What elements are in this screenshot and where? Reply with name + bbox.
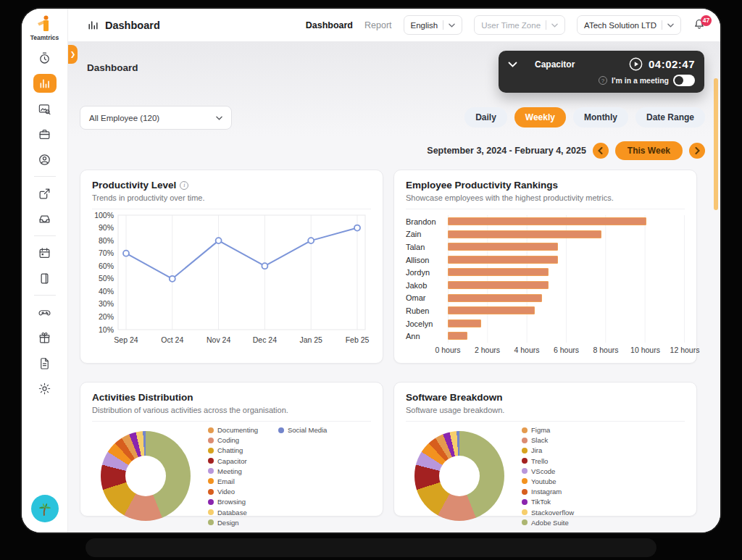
legend-dot xyxy=(522,438,528,443)
nav-report[interactable]: Report xyxy=(364,20,392,30)
legend-label: Video xyxy=(217,488,235,496)
sidebar-item-time-tracking[interactable] xyxy=(33,49,57,67)
ranking-row: Ruben xyxy=(406,304,685,317)
software-legend: FigmaSlackJiraTrelloVScodeYoutubeInstagr… xyxy=(522,426,574,527)
legend-label: Capacitor xyxy=(217,457,247,465)
ranking-row: Jakob xyxy=(406,279,685,292)
legend-item: Design xyxy=(208,519,258,527)
prev-week-button[interactable] xyxy=(593,143,609,159)
nav-dashboard[interactable]: Dashboard xyxy=(306,20,353,30)
employee-rankings-card: Employee Productivity Rankings Showcase … xyxy=(393,170,697,364)
legend-label: Browsing xyxy=(217,498,246,506)
company-select[interactable]: ATech Solution LTD xyxy=(577,15,681,35)
legend-dot xyxy=(522,519,528,525)
legend-dot xyxy=(522,458,528,464)
page-title: Dashboard xyxy=(87,62,138,73)
next-week-button[interactable] xyxy=(689,143,705,159)
activities-distribution-card: Activities Distribution Distribution of … xyxy=(80,382,383,517)
sidebar-item-settings[interactable] xyxy=(33,379,57,398)
card-title: Activities Distribution xyxy=(92,392,193,403)
bar-track xyxy=(448,254,685,267)
legend-label: Youtube xyxy=(531,477,556,485)
legend-label: Figma xyxy=(531,426,550,434)
legend-label: Chatting xyxy=(217,446,243,454)
capacitor-timer-widget: Capacitor 04:02:47 ? xyxy=(499,51,704,93)
legend-column: DocumentingCodingChattingCapacitorMeetin… xyxy=(208,426,258,527)
range-tab-daily[interactable]: Daily xyxy=(464,107,507,128)
legend-label: Social Media xyxy=(288,426,327,434)
sidebar-item-inbox[interactable] xyxy=(33,209,57,228)
card-subtitle: Software usage breakdown. xyxy=(406,406,685,414)
sidebar-item-screenshots[interactable] xyxy=(33,99,57,118)
legend-dot xyxy=(522,489,528,495)
sidebar-item-attendance[interactable] xyxy=(33,150,57,169)
x-axis-tick: 12 hours xyxy=(670,346,700,354)
ranking-bar xyxy=(448,306,535,314)
scrollbar-thumb[interactable] xyxy=(714,78,718,210)
toggle-knob xyxy=(675,76,683,85)
sidebar-item-integrations[interactable] xyxy=(33,184,57,203)
legend-dot xyxy=(208,499,214,505)
line-chart-svg: 100%90%80%70%60%50%40%30%20%10%Sep 24Oct… xyxy=(92,209,372,348)
employee-filter-select[interactable]: All Employee (120) xyxy=(80,106,232,130)
legend-item: Instagram xyxy=(522,488,574,496)
ranking-row: Omar xyxy=(406,292,685,305)
inbox-icon xyxy=(38,212,51,226)
legend-dot xyxy=(208,478,214,484)
company-value: ATech Solution LTD xyxy=(584,21,656,30)
rankings-bar-chart: BrandonZainTalanAllisonJordynJakobOmarRu… xyxy=(406,215,685,343)
screenshots-icon xyxy=(38,102,51,116)
software-breakdown-card: Software Breakdown Software usage breakd… xyxy=(393,382,697,517)
legend-label: TikTok xyxy=(531,498,551,506)
legend-item: Jira xyxy=(522,446,574,454)
notification-badge: 47 xyxy=(701,15,712,26)
this-week-button[interactable]: This Week xyxy=(615,141,683,160)
sidebar-item-calendar[interactable] xyxy=(33,243,57,262)
svg-text:Jan 25: Jan 25 xyxy=(299,335,322,344)
legend-item: VScode xyxy=(522,467,574,475)
timer-value: 04:02:47 xyxy=(649,58,695,70)
range-tab-date-range[interactable]: Date Range xyxy=(635,107,705,128)
range-tabs: DailyWeeklyMonthlyDate Range xyxy=(464,107,705,128)
meeting-toggle[interactable] xyxy=(673,75,695,86)
bar-chart-icon xyxy=(87,19,99,31)
divider xyxy=(92,421,371,422)
ranking-name: Omar xyxy=(406,293,448,302)
sidebar-item-reports[interactable] xyxy=(33,354,57,372)
sidebar-item-rewards[interactable] xyxy=(33,328,57,347)
software-donut-chart xyxy=(414,431,504,521)
legend-dot xyxy=(208,458,214,464)
bar-track xyxy=(448,241,685,254)
legend-dot xyxy=(522,427,528,433)
timezone-select[interactable]: User Time Zone xyxy=(474,15,565,35)
svg-text:Feb 25: Feb 25 xyxy=(346,335,370,344)
range-tab-monthly[interactable]: Monthly xyxy=(573,107,628,128)
sidebar-expand-tab[interactable]: ❯ xyxy=(68,45,78,64)
notifications-button[interactable]: 47 xyxy=(693,17,706,33)
legend-dot xyxy=(522,478,528,484)
svg-text:60%: 60% xyxy=(99,262,114,270)
chevron-down-icon xyxy=(667,23,674,28)
play-button[interactable] xyxy=(629,57,643,71)
time-tracking-icon xyxy=(38,51,51,65)
widget-collapse-button[interactable] xyxy=(508,62,517,67)
date-navigation: September 3, 2024 - February 4, 2025 Thi… xyxy=(427,141,705,160)
info-icon[interactable]: i xyxy=(180,181,188,190)
divider xyxy=(443,20,443,30)
x-axis-tick: 4 hours xyxy=(514,346,539,354)
ranking-bar xyxy=(448,268,549,276)
devices-icon xyxy=(38,272,51,285)
card-subtitle: Trends in productivity over time. xyxy=(92,193,371,202)
user-avatar[interactable] xyxy=(31,495,59,522)
range-tab-weekly[interactable]: Weekly xyxy=(514,107,566,128)
sidebar-item-games[interactable] xyxy=(33,303,57,322)
legend-dot xyxy=(278,427,284,433)
sidebar-item-dashboard[interactable] xyxy=(33,74,57,93)
sidebar-item-projects[interactable] xyxy=(33,125,57,143)
legend-item: Stackoverflow xyxy=(522,509,574,517)
sidebar-item-devices[interactable] xyxy=(33,269,57,288)
legend-label: Adobe Suite xyxy=(531,519,569,527)
legend-label: Instagram xyxy=(531,488,562,496)
app-window: Teamtrics ❯ Das xyxy=(22,9,720,532)
language-select[interactable]: English xyxy=(404,15,463,35)
